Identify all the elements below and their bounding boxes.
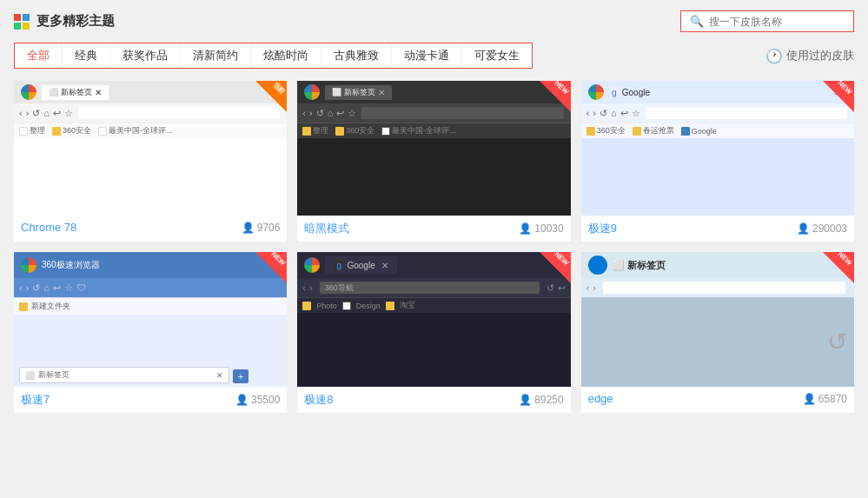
badge-new-edge: NEW (823, 252, 854, 283)
skin-info-jisu8: 极速8 👤 89250 (297, 387, 570, 413)
tabs-container: 全部 经典 获奖作品 清新简约 炫酷时尚 古典雅致 动漫卡通 可爱女生 (14, 43, 533, 69)
skin-card-jisu9[interactable]: g Google 360 ‹ › ↺ ⌂ ↩ ☆ (581, 81, 854, 242)
skin-info-dark: 暗黑模式 👤 10030 (297, 216, 570, 242)
skin-name: 极速7 (21, 392, 50, 408)
badge-new-jisu9: NEW (823, 81, 854, 112)
tab-award[interactable]: 获奖作品 (110, 43, 181, 68)
user-icon: 👤 (235, 394, 248, 406)
skin-card-jisu7[interactable]: 360极速浏览器 ‹ › ↺ ⌂ ↩ ☆ 🛡 新建文件夹 (14, 252, 287, 413)
search-icon: 🔍 (690, 15, 704, 28)
skin-count: 👤 290003 (797, 222, 847, 235)
skin-card-jisu8[interactable]: g Google ✕ ‹ › 360导航 ↺ ↩ (297, 252, 570, 413)
badge-new-dark: NEW (540, 81, 571, 112)
tab-classic2[interactable]: 古典雅致 (321, 43, 392, 68)
badge-hot: 当前 (255, 81, 287, 112)
newtab-label: 新标签页 (61, 87, 92, 98)
user-icon: 👤 (797, 222, 810, 235)
skin-thumb-jisu8: g Google ✕ ‹ › 360导航 ↺ ↩ (297, 252, 570, 387)
skin-thumb-jisu7: 360极速浏览器 ‹ › ↺ ⌂ ↩ ☆ 🛡 新建文件夹 (14, 252, 287, 387)
skin-name: 极速9 (588, 221, 617, 236)
tab-classic[interactable]: 经典 (63, 43, 110, 68)
page-wrapper: 更多精彩主题 🔍 全部 经典 获奖作品 清新简约 炫酷时尚 古典雅致 动漫卡通 … (0, 0, 868, 498)
skin-name: edge (588, 392, 613, 405)
header: 更多精彩主题 🔍 (14, 10, 854, 32)
skin-info-jisu9: 极速9 👤 290003 (581, 216, 854, 242)
page-title: 更多精彩主题 (36, 13, 115, 30)
skin-count: 👤 10030 (519, 222, 563, 235)
tab-clean[interactable]: 清新简约 (181, 43, 251, 68)
skin-name: 暗黑模式 (304, 221, 349, 236)
skin-info-edge: edge 👤 65870 (581, 387, 854, 410)
skin-info-jisu7: 极速7 👤 35500 (14, 387, 287, 413)
skin-count: 👤 65870 (803, 393, 847, 405)
user-icon: 👤 (803, 393, 816, 405)
user-icon: 👤 (242, 222, 255, 234)
history-button[interactable]: 🕐 使用过的皮肤 (765, 48, 854, 64)
skin-name: 极速8 (304, 392, 333, 408)
skin-thumb-edge: ⬜ 新标签页 ‹ › ↺ NEW (581, 252, 854, 387)
skin-card-dark[interactable]: ⬜ 新标签页 ✕ ‹ › ↺ ⌂ ↩ ☆ (297, 81, 570, 242)
badge-new-jisu8: NEW (540, 252, 571, 283)
skin-card-edge[interactable]: ⬜ 新标签页 ‹ › ↺ NEW (581, 252, 854, 413)
logo-green (14, 23, 21, 30)
header-left: 更多精彩主题 (14, 13, 115, 30)
tab-cute[interactable]: 可爱女生 (462, 43, 532, 68)
logo-yellow (23, 23, 30, 30)
header-logo (14, 14, 30, 30)
search-box[interactable]: 🔍 (680, 10, 854, 32)
tab-all[interactable]: 全部 (15, 43, 63, 68)
skin-count: 👤 9706 (242, 222, 281, 234)
skin-thumb-dark: ⬜ 新标签页 ✕ ‹ › ↺ ⌂ ↩ ☆ (297, 81, 570, 216)
logo-red (14, 14, 21, 21)
skin-name: Chrome 78 (21, 221, 76, 234)
user-icon: 👤 (519, 222, 532, 235)
tab-anime[interactable]: 动漫卡通 (392, 43, 462, 68)
skin-card-chrome78[interactable]: ⬜ 新标签页 ✕ ‹ › ↺ ⌂ ↩ ☆ (14, 81, 287, 242)
skin-count: 👤 35500 (235, 394, 280, 406)
logo-blue (23, 14, 30, 21)
skins-grid: ⬜ 新标签页 ✕ ‹ › ↺ ⌂ ↩ ☆ (14, 81, 854, 413)
skin-count: 👤 89250 (519, 394, 563, 406)
skin-thumb-jisu9: g Google 360 ‹ › ↺ ⌂ ↩ ☆ (581, 81, 854, 216)
history-label: 使用过的皮肤 (786, 48, 854, 63)
tab-bar: 全部 经典 获奖作品 清新简约 炫酷时尚 古典雅致 动漫卡通 可爱女生 🕐 使用… (14, 43, 854, 69)
skin-info-chrome78: Chrome 78 👤 9706 (14, 216, 287, 239)
search-input[interactable] (709, 16, 845, 28)
badge-new-jisu7: NEW (255, 252, 287, 283)
skin-thumb-chrome78: ⬜ 新标签页 ✕ ‹ › ↺ ⌂ ↩ ☆ (14, 81, 287, 216)
history-icon: 🕐 (765, 48, 783, 64)
user-icon: 👤 (519, 394, 532, 406)
tab-cool[interactable]: 炫酷时尚 (251, 43, 321, 68)
